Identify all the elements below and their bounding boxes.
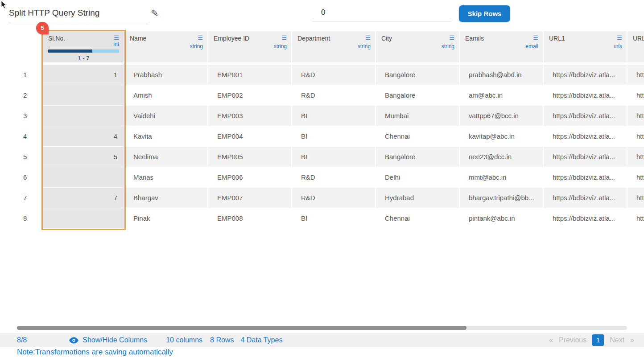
- row-count-indicator: 8/8: [17, 336, 27, 344]
- cell-city[interactable]: Chennai: [376, 208, 460, 229]
- cell-dept[interactable]: BI: [292, 208, 376, 229]
- cell-name[interactable]: Pinak: [124, 208, 208, 229]
- skip-rows-input[interactable]: 0: [312, 5, 451, 21]
- show-hide-columns-button[interactable]: Show/Hide Columns: [69, 336, 147, 344]
- cell-empid[interactable]: EMP005: [208, 147, 292, 167]
- cell-name[interactable]: Bhargav: [124, 188, 208, 208]
- column-header-url1[interactable]: URL1☰urls: [544, 31, 627, 62]
- pagination-current-page[interactable]: 1: [592, 334, 604, 346]
- cell-empid[interactable]: EMP002: [208, 85, 292, 106]
- distribution-bar-light-segment: [92, 49, 119, 53]
- cell-name[interactable]: Prabhash: [124, 65, 208, 85]
- cell-city[interactable]: Bangalore: [376, 147, 460, 167]
- show-hide-columns-label: Show/Hide Columns: [83, 336, 147, 344]
- cell-emails[interactable]: vattpp67@bcc.in: [460, 106, 544, 126]
- column-menu-icon[interactable]: ☰: [114, 35, 119, 41]
- cell-emails[interactable]: mmt@abc.in: [460, 167, 544, 188]
- cell-empid[interactable]: EMP004: [208, 126, 292, 147]
- cell-city[interactable]: Hydrabad: [376, 188, 460, 208]
- cell-url2[interactable]: https://bdbizviz.atla...: [627, 188, 644, 208]
- cell-name[interactable]: Kavita: [124, 126, 208, 147]
- pagination-last-icon[interactable]: »: [630, 336, 634, 344]
- cell-url2[interactable]: https://bdbizviz.atla...: [627, 126, 644, 147]
- cell-name[interactable]: Vaidehi: [124, 106, 208, 126]
- cell-slno[interactable]: 7: [43, 188, 124, 208]
- column-header-city[interactable]: City☰string: [376, 31, 460, 62]
- cell-url1[interactable]: https://bdbizviz.atla...: [544, 188, 627, 208]
- column-header-dept[interactable]: Department☰string: [292, 31, 376, 62]
- cell-emails[interactable]: am@abc.in: [460, 85, 544, 106]
- cell-dept[interactable]: BI: [292, 126, 376, 147]
- cell-emails[interactable]: nee23@dcc.in: [460, 147, 544, 167]
- cell-slno[interactable]: [43, 208, 124, 229]
- cell-empid[interactable]: EMP001: [208, 65, 292, 85]
- horizontal-scrollbar-track[interactable]: [17, 326, 627, 330]
- cell-name[interactable]: Manas: [124, 167, 208, 188]
- transform-title-input[interactable]: Split HTTP Query String: [8, 6, 148, 22]
- pagination-previous-button[interactable]: Previous: [559, 336, 586, 344]
- data-types-count-stat: 4 Data Types: [240, 336, 282, 344]
- cell-url1[interactable]: https://bdbizviz.atla...: [544, 147, 627, 167]
- horizontal-scrollbar-thumb[interactable]: [17, 326, 466, 330]
- pagination-next-button[interactable]: Next: [610, 336, 624, 344]
- row-number-cell: 8: [17, 208, 43, 229]
- cell-slno[interactable]: [43, 85, 124, 106]
- cell-dept[interactable]: R&D: [292, 65, 376, 85]
- cell-url1[interactable]: https://bdbizviz.atla...: [544, 126, 627, 147]
- cell-city[interactable]: Bangalore: [376, 65, 460, 85]
- cell-url2[interactable]: https://bdbizviz.atla...: [627, 106, 644, 126]
- cell-url1[interactable]: https://bdbizviz.atla...: [544, 208, 627, 229]
- columns-count-stat: 10 columns: [166, 336, 202, 344]
- cell-url1[interactable]: https://bdbizviz.atla...: [544, 167, 627, 188]
- cell-dept[interactable]: BI: [292, 106, 376, 126]
- cell-url2[interactable]: https://bdbizviz.atla...: [627, 85, 644, 106]
- pagination-first-icon[interactable]: «: [549, 336, 553, 344]
- column-header-name[interactable]: Name☰string: [124, 31, 208, 62]
- column-type-label: string: [297, 43, 371, 49]
- cell-empid[interactable]: EMP008: [208, 208, 292, 229]
- cell-empid[interactable]: EMP007: [208, 188, 292, 208]
- cell-emails[interactable]: prabhash@abd.in: [460, 65, 544, 85]
- column-header-slno[interactable]: Sl.No.☰int1 - 7: [43, 31, 124, 62]
- column-menu-icon[interactable]: ☰: [198, 35, 203, 41]
- cell-name[interactable]: Neelima: [124, 147, 208, 167]
- column-menu-icon[interactable]: ☰: [365, 35, 371, 41]
- column-header-empid[interactable]: Employee ID☰string: [208, 31, 292, 62]
- cell-slno[interactable]: [43, 167, 124, 188]
- cell-url1[interactable]: https://bdbizviz.atla...: [544, 106, 627, 126]
- cell-emails[interactable]: pintank@abc.in: [460, 208, 544, 229]
- cell-dept[interactable]: R&D: [292, 167, 376, 188]
- skip-rows-button[interactable]: Skip Rows: [459, 5, 510, 22]
- cell-slno[interactable]: 4: [43, 126, 124, 147]
- column-header-emails[interactable]: Eamils☰email: [460, 31, 544, 62]
- cell-empid[interactable]: EMP003: [208, 106, 292, 126]
- cell-city[interactable]: Mumbai: [376, 106, 460, 126]
- edit-title-icon[interactable]: ✎: [151, 8, 159, 19]
- column-menu-icon[interactable]: ☰: [281, 35, 287, 41]
- column-label: URL2: [633, 35, 644, 42]
- cell-dept[interactable]: R&D: [292, 188, 376, 208]
- cell-slno[interactable]: [43, 106, 124, 126]
- column-menu-icon[interactable]: ☰: [617, 35, 622, 41]
- cell-dept[interactable]: R&D: [292, 85, 376, 106]
- cell-emails[interactable]: kavitap@abc.in: [460, 126, 544, 147]
- column-menu-icon[interactable]: ☰: [533, 35, 538, 41]
- cell-slno[interactable]: 5: [43, 147, 124, 167]
- cell-name[interactable]: Amish: [124, 85, 208, 106]
- cell-url2[interactable]: https://bdbizviz.atla...: [627, 208, 644, 229]
- cell-city[interactable]: Chennai: [376, 126, 460, 147]
- cell-dept[interactable]: BI: [292, 147, 376, 167]
- cell-url2[interactable]: https://bdbizviz.atla...: [627, 65, 644, 85]
- table-header-row: Sl.No.☰int1 - 7Name☰stringEmployee ID☰st…: [17, 31, 644, 62]
- cell-slno[interactable]: 1: [43, 65, 124, 85]
- cell-city[interactable]: Delhi: [376, 167, 460, 188]
- cell-url1[interactable]: https://bdbizviz.atla...: [544, 65, 627, 85]
- cell-empid[interactable]: EMP006: [208, 167, 292, 188]
- cell-url2[interactable]: https://bdbizviz.atla...: [627, 167, 644, 188]
- column-menu-icon[interactable]: ☰: [449, 35, 454, 41]
- cell-url1[interactable]: https://bdbizviz.atla...: [544, 85, 627, 106]
- cell-url2[interactable]: https://bdbizviz.atla...: [627, 147, 644, 167]
- cell-emails[interactable]: bhargav.tripathi@bb...: [460, 188, 544, 208]
- cell-city[interactable]: Bangalore: [376, 85, 460, 106]
- column-header-url2[interactable]: URL2☰urls: [627, 31, 644, 62]
